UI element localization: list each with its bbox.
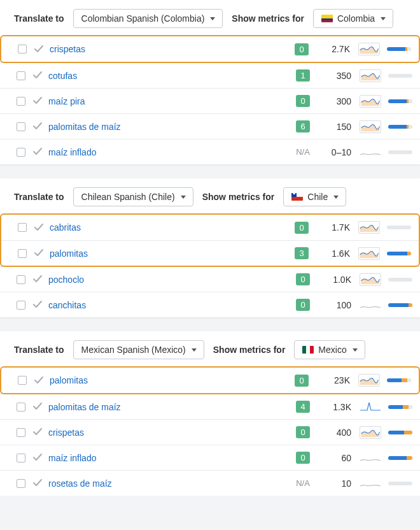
keyword-link[interactable]: cabritas — [50, 222, 81, 233]
keyword-link[interactable]: palomitas — [50, 375, 88, 385]
check-icon — [32, 146, 43, 158]
serp-bar — [388, 74, 412, 78]
row-checkbox[interactable] — [17, 122, 25, 131]
serp-bar — [388, 150, 412, 154]
row-checkbox[interactable] — [17, 428, 25, 437]
country-panel: Translate toColombian Spanish (Colombia)… — [0, 0, 420, 164]
row-checkbox[interactable] — [17, 97, 25, 106]
chevron-down-icon — [181, 196, 186, 199]
kd-badge: 0 — [296, 95, 309, 107]
keyword-link[interactable]: crispetas — [50, 44, 85, 54]
keyword-row: maíz inflado060 — [0, 445, 420, 470]
keyword-link[interactable]: pochoclo — [48, 275, 84, 285]
check-icon — [34, 375, 44, 387]
keyword-link[interactable]: palomitas de maíz — [48, 402, 121, 412]
row-checkbox[interactable] — [18, 223, 27, 232]
keyword-table: crispetas02.7K cotufas1350 maíz pira0300… — [0, 35, 420, 164]
keyword-row: crispetas02.7K — [1, 36, 419, 62]
keyword-link[interactable]: cotufas — [48, 71, 77, 81]
chevron-down-icon — [381, 17, 386, 20]
kd-badge: 0 — [296, 452, 309, 464]
keyword-link[interactable]: rosetas de maíz — [48, 478, 112, 489]
keyword-row: cabritas01.7K — [1, 215, 419, 240]
kd-badge: 0 — [296, 273, 309, 285]
row-checkbox[interactable] — [18, 45, 27, 54]
country-value: Mexico — [318, 345, 346, 355]
serp-bar — [387, 47, 411, 51]
language-value: Chilean Spanish (Chile) — [81, 192, 175, 202]
highlight-group: palomitas023K — [0, 366, 420, 394]
chevron-down-icon — [333, 196, 339, 199]
country-panel: Translate toMexican Spanish (Mexico)Show… — [0, 331, 420, 496]
serp-bar — [388, 405, 412, 409]
trend-sparkline — [360, 401, 381, 413]
country-dropdown[interactable]: Chile — [283, 187, 346, 206]
check-icon — [34, 43, 44, 55]
flag-icon — [291, 193, 303, 201]
country-value: Chile — [307, 192, 328, 202]
kd-badge: 4 — [296, 401, 309, 413]
language-dropdown[interactable]: Mexican Spanish (Mexico) — [73, 340, 204, 359]
translate-to-label: Translate to — [14, 13, 64, 24]
keyword-row: palomitas023K — [1, 368, 419, 393]
kd-badge: 1 — [296, 69, 309, 82]
language-value: Colombian Spanish (Colombia) — [81, 13, 205, 24]
check-icon — [32, 452, 43, 464]
check-icon — [34, 247, 44, 259]
keyword-link[interactable]: crispetas — [48, 427, 84, 438]
serp-bar — [388, 456, 412, 460]
trend-sparkline — [358, 247, 380, 260]
keyword-row: cotufas1350 — [0, 62, 420, 88]
search-volume: 10 — [317, 478, 354, 489]
search-volume: 60 — [317, 453, 354, 463]
keyword-link[interactable]: canchitas — [48, 300, 86, 310]
keyword-row: maíz pira0300 — [0, 88, 420, 113]
country-dropdown[interactable]: Mexico — [294, 340, 365, 359]
language-value: Mexican Spanish (Mexico) — [81, 345, 186, 355]
keyword-link[interactable]: maíz pira — [48, 96, 85, 106]
language-dropdown[interactable]: Chilean Spanish (Chile) — [73, 187, 193, 206]
keyword-row: palomitas de maíz6150 — [0, 113, 420, 139]
kd-badge: 0 — [296, 299, 309, 311]
chevron-down-icon — [192, 348, 197, 352]
keyword-link[interactable]: maíz inflado — [48, 453, 96, 463]
row-checkbox[interactable] — [17, 454, 25, 462]
check-icon — [32, 95, 43, 107]
row-checkbox[interactable] — [17, 479, 25, 488]
trend-sparkline — [360, 273, 381, 286]
kd-na: N/A — [296, 147, 310, 157]
search-volume: 2.7K — [316, 44, 353, 54]
language-dropdown[interactable]: Colombian Spanish (Colombia) — [73, 9, 223, 28]
flag-icon — [321, 15, 333, 22]
row-checkbox[interactable] — [17, 71, 25, 80]
check-icon — [32, 273, 43, 285]
flag-icon — [302, 346, 314, 354]
keyword-row: canchitas0100 — [0, 292, 420, 317]
keyword-row: palomitas31.6K — [1, 240, 419, 266]
search-volume: 23K — [316, 375, 353, 385]
row-checkbox[interactable] — [18, 249, 27, 258]
check-icon — [32, 477, 43, 489]
trend-sparkline — [360, 299, 381, 312]
keyword-link[interactable]: maíz inflado — [48, 147, 96, 157]
kd-badge: 0 — [296, 426, 309, 438]
row-checkbox[interactable] — [17, 148, 25, 157]
row-checkbox[interactable] — [17, 301, 25, 310]
keyword-row: palomitas de maíz41.3K — [0, 394, 420, 419]
trend-sparkline — [360, 452, 381, 464]
check-icon — [32, 120, 43, 132]
panel-header: Translate toMexican Spanish (Mexico)Show… — [0, 331, 420, 367]
serp-bar — [388, 278, 412, 282]
keyword-row: rosetas de maízN/A10 — [0, 470, 420, 496]
search-volume: 300 — [317, 96, 354, 106]
trend-sparkline — [360, 426, 381, 439]
row-checkbox[interactable] — [18, 376, 27, 385]
keyword-link[interactable]: palomitas — [50, 248, 88, 259]
kd-na: N/A — [296, 478, 310, 488]
country-dropdown[interactable]: Colombia — [313, 9, 393, 28]
row-checkbox[interactable] — [17, 403, 25, 412]
kd-badge: 0 — [295, 375, 308, 387]
row-checkbox[interactable] — [17, 275, 25, 284]
search-volume: 400 — [317, 427, 354, 438]
keyword-link[interactable]: palomitas de maíz — [48, 122, 121, 132]
